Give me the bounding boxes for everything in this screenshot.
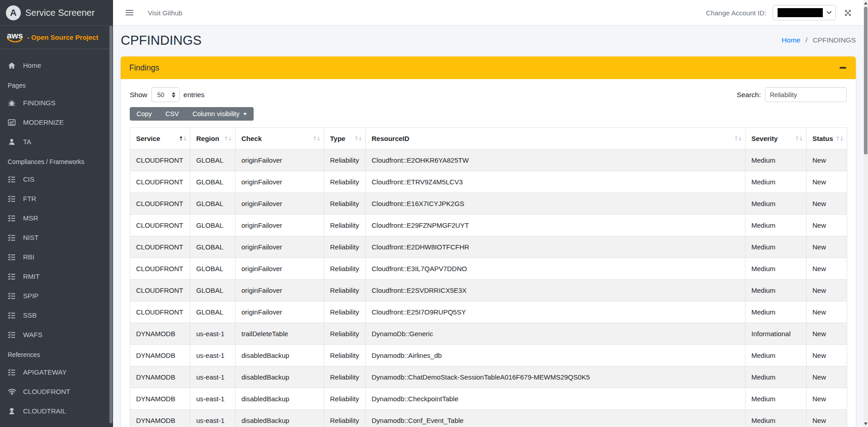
sidebar-item-ta[interactable]: TA (0, 132, 113, 151)
cell-resourceid: Cloudfront::E29FZNPMGF2UYT (366, 215, 745, 236)
cell-service: DYNAMODB (130, 323, 190, 345)
visit-github-link[interactable]: Visit Github (148, 9, 182, 17)
cell-service: DYNAMODB (130, 388, 190, 410)
tasks-icon (8, 292, 19, 300)
table-row: DYNAMODB us-east-1 trailDeleteTable Reli… (130, 323, 847, 345)
sidebar-item-nist[interactable]: NIST (0, 228, 113, 247)
column-header-severity[interactable]: Severity↑↓ (745, 128, 807, 150)
sidebar-item-apigateway[interactable]: APIGATEWAY (0, 362, 113, 382)
column-header-check[interactable]: Check↑↓ (236, 128, 324, 150)
cell-check: disabledBackup (236, 388, 324, 410)
sidebar-item-cloudwatch[interactable]: CLOUDWATCH (0, 421, 113, 427)
column-header-service[interactable]: Service↑↓ (130, 128, 190, 150)
sidebar-item-label: APIGATEWAY (23, 368, 66, 376)
entries-select[interactable]: 50 (151, 87, 179, 102)
bug-icon (8, 99, 19, 107)
cell-status: New (807, 150, 847, 171)
collapse-button[interactable] (839, 64, 847, 71)
user-icon (8, 138, 19, 146)
tasks-icon (8, 214, 19, 222)
account-id-label: Change Account ID: (706, 9, 766, 17)
sidebar-item-modernize[interactable]: MODERNIZE (0, 113, 113, 132)
column-header-type[interactable]: Type↑↓ (324, 128, 366, 150)
sidebar-item-label: NIST (23, 234, 38, 241)
sort-icon: ↑↓ (179, 135, 186, 142)
findings-table-body: CLOUDFRONT GLOBAL originFailover Reliabi… (130, 150, 847, 427)
sidebar-item-wafs[interactable]: WAFS (0, 325, 113, 344)
findings-card-header[interactable]: Findings (121, 56, 856, 79)
cell-region: GLOBAL (190, 171, 236, 193)
tasks-icon (8, 234, 19, 242)
search-input[interactable] (765, 87, 847, 102)
cell-check: originFailover (236, 215, 324, 236)
sidebar-item-label: RMIT (23, 272, 40, 280)
column-visibility-button[interactable]: Column visibility (186, 107, 254, 121)
cell-resourceid: Cloudfront::E2OHKR6YA825TW (366, 150, 745, 171)
sidebar-item-ssb[interactable]: SSB (0, 305, 113, 325)
cell-resourceid: Cloudfront::E3IL7QAPV7DDNO (366, 258, 745, 280)
cell-type: Reliability (324, 301, 366, 323)
cell-check: originFailover (236, 258, 324, 280)
page-scrollbar[interactable] (863, 0, 868, 427)
sidebar-item-rbi[interactable]: RBI (0, 247, 113, 267)
sidebar-item-label: SPIP (23, 292, 38, 300)
sidebar-item-cis[interactable]: CIS (0, 169, 113, 189)
sidebar-item-msr[interactable]: MSR (0, 208, 113, 228)
column-header-status[interactable]: Status↑↓ (807, 128, 847, 150)
menu-toggle-button[interactable] (125, 7, 134, 19)
table-row: CLOUDFRONT GLOBAL originFailover Reliabi… (130, 150, 847, 171)
scroll-down-icon[interactable] (864, 422, 868, 425)
cell-resourceid: Dynamodb::Airlines_db (366, 345, 745, 366)
home-icon (8, 61, 19, 70)
cell-status: New (807, 236, 847, 258)
sort-icon: ↑↓ (734, 135, 741, 142)
cell-resourceid: Cloudfront::E25I7O9RUPQ5SY (366, 301, 745, 323)
cell-status: New (807, 171, 847, 193)
cell-severity: Medium (745, 193, 807, 215)
breadcrumb-home-link[interactable]: Home (782, 36, 800, 44)
sidebar-item-rmit[interactable]: RMIT (0, 267, 113, 286)
table-row: DYNAMODB us-east-1 disabledBackup Reliab… (130, 366, 847, 388)
cell-severity: Medium (745, 280, 807, 301)
fullscreen-button[interactable] (844, 9, 852, 17)
cell-region: GLOBAL (190, 193, 236, 215)
account-id-select[interactable] (773, 5, 836, 20)
sidebar-item-cloudtrail[interactable]: CLOUDTRAIL (0, 401, 113, 421)
sidebar-nav: Home Pages FINDINGS (0, 56, 113, 427)
cell-service: DYNAMODB (130, 410, 190, 427)
stepper-icon (172, 92, 175, 98)
cell-severity: Medium (745, 301, 807, 323)
tasks-icon (8, 272, 19, 281)
sidebar-item-spip[interactable]: SPIP (0, 286, 113, 305)
findings-card: Findings Show 50 entries Search: (121, 56, 856, 427)
sort-icon: ↑↓ (835, 135, 843, 142)
cell-status: New (807, 323, 847, 345)
cell-region: us-east-1 (190, 345, 236, 366)
sidebar-item-ftr[interactable]: FTR (0, 189, 113, 208)
column-label: Region (196, 135, 219, 142)
cell-severity: Medium (745, 366, 807, 388)
column-header-resourceid[interactable]: ResourceID↑↓ (366, 128, 745, 150)
scroll-up-icon[interactable] (864, 2, 868, 5)
page-scrollbar-thumb[interactable] (864, 7, 868, 155)
sidebar-scrollbar[interactable] (109, 26, 113, 423)
cell-severity: Medium (745, 215, 807, 236)
table-row: CLOUDFRONT GLOBAL originFailover Reliabi… (130, 258, 847, 280)
column-header-region[interactable]: Region↑↓ (190, 128, 236, 150)
cell-region: GLOBAL (190, 280, 236, 301)
cell-check: disabledBackup (236, 410, 324, 427)
cell-type: Reliability (324, 215, 366, 236)
cell-check: originFailover (236, 280, 324, 301)
cell-type: Reliability (324, 280, 366, 301)
user-secret-icon (8, 407, 19, 415)
sidebar-item-home[interactable]: Home (0, 56, 113, 75)
brand[interactable]: A Service Screener (0, 0, 113, 26)
csv-button[interactable]: CSV (159, 107, 186, 121)
sidebar-item-findings[interactable]: FINDINGS (0, 93, 113, 113)
sidebar-item-cloudfront[interactable]: CLOUDFRONT (0, 382, 113, 401)
cell-service: CLOUDFRONT (130, 301, 190, 323)
cell-type: Reliability (324, 388, 366, 410)
cell-service: CLOUDFRONT (130, 150, 190, 171)
copy-button[interactable]: Copy (130, 107, 159, 121)
breadcrumb: Home / CPFINDINGS (782, 36, 856, 44)
